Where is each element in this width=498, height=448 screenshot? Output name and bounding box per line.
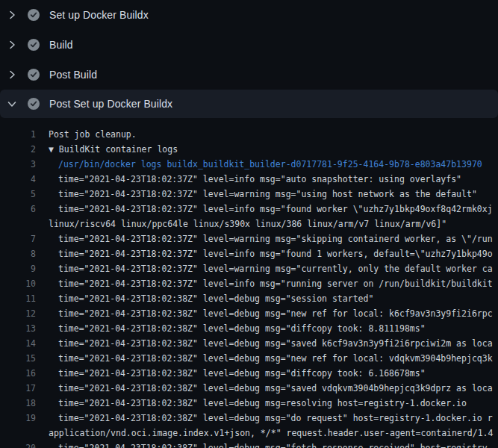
- log-text: linux/riscv64 linux/ppc64le linux/s390x …: [49, 217, 446, 231]
- line-number[interactable]: 5: [0, 187, 36, 202]
- line-number[interactable]: 11: [0, 291, 36, 306]
- log-text: time="2021-04-23T18:02:38Z" level=debug …: [58, 366, 426, 381]
- line-number: [0, 426, 36, 441]
- log-text: time="2021-04-23T18:02:37Z" level=info m…: [58, 202, 493, 217]
- log-text: Post job cleanup.: [49, 127, 137, 142]
- log-group-toggle[interactable]: ▼ BuildKit container logs: [49, 142, 178, 157]
- line-number[interactable]: 8: [0, 246, 36, 261]
- log-text: time="2021-04-23T18:02:38Z" level=debug …: [58, 441, 493, 448]
- line-number[interactable]: 19: [0, 411, 36, 426]
- line-number[interactable]: 13: [0, 321, 36, 336]
- log-text: time="2021-04-23T18:02:38Z" level=debug …: [58, 396, 467, 411]
- log-row: 1Post job cleanup.: [0, 127, 498, 142]
- line-number[interactable]: 18: [0, 396, 36, 411]
- check-circle-icon: [28, 69, 40, 81]
- log-row: 8time="2021-04-23T18:02:37Z" level=info …: [0, 246, 498, 261]
- log-text: time="2021-04-23T18:02:38Z" level=debug …: [58, 381, 493, 396]
- step-header-post-set-up-docker-buildx[interactable]: Post Set up Docker Buildx: [0, 90, 498, 118]
- step-title: Set up Docker Buildx: [49, 9, 149, 21]
- line-number[interactable]: 2: [0, 142, 36, 157]
- step-header-build[interactable]: Build: [0, 30, 498, 60]
- step-header-set-up-docker-buildx[interactable]: Set up Docker Buildx: [0, 0, 498, 30]
- check-circle-icon: [28, 98, 40, 110]
- line-number[interactable]: 7: [0, 231, 36, 246]
- chevron-down-icon: [6, 98, 18, 110]
- log-command-text: /usr/bin/docker logs buildx_buildkit_bui…: [58, 157, 482, 172]
- chevron-right-icon: [6, 69, 18, 81]
- log-text: time="2021-04-23T18:02:38Z" level=debug …: [58, 321, 426, 336]
- log-text: time="2021-04-23T18:02:38Z" level=debug …: [58, 351, 493, 366]
- line-number[interactable]: 3: [0, 157, 36, 172]
- log-row: application/vnd.oci.image.index.v1+json,…: [0, 426, 498, 441]
- log-row: 10time="2021-04-23T18:02:37Z" level=info…: [0, 276, 498, 291]
- log-row: 2▼ BuildKit container logs: [0, 142, 498, 157]
- step-title: Post Set up Docker Buildx: [49, 98, 172, 110]
- log-text: time="2021-04-23T18:02:37Z" level=warnin…: [58, 231, 493, 246]
- log-text: time="2021-04-23T18:02:38Z" level=debug …: [58, 291, 373, 306]
- log-text: time="2021-04-23T18:02:38Z" level=debug …: [58, 306, 493, 321]
- log-row: 5time="2021-04-23T18:02:37Z" level=warni…: [0, 187, 498, 202]
- line-number[interactable]: 16: [0, 366, 36, 381]
- line-number[interactable]: 20: [0, 441, 36, 448]
- line-number[interactable]: 9: [0, 261, 36, 276]
- line-number[interactable]: 10: [0, 276, 36, 291]
- log-row: 18time="2021-04-23T18:02:38Z" level=debu…: [0, 396, 498, 411]
- log-text: time="2021-04-23T18:02:38Z" level=debug …: [58, 336, 493, 351]
- log-text: application/vnd.oci.image.index.v1+json,…: [49, 426, 493, 441]
- log-text: time="2021-04-23T18:02:37Z" level=warnin…: [58, 187, 477, 202]
- log-row: 19time="2021-04-23T18:02:38Z" level=debu…: [0, 411, 498, 426]
- log-text: time="2021-04-23T18:02:37Z" level=info m…: [58, 172, 461, 187]
- steps-panel: Set up Docker Buildx Build Post Build Po…: [0, 0, 498, 118]
- log-text: time="2021-04-23T18:02:37Z" level=warnin…: [58, 261, 493, 276]
- check-circle-icon: [28, 39, 40, 51]
- line-number[interactable]: 4: [0, 172, 36, 187]
- log-row: linux/riscv64 linux/ppc64le linux/s390x …: [0, 217, 498, 231]
- log-row: 17time="2021-04-23T18:02:38Z" level=debu…: [0, 381, 498, 396]
- line-number[interactable]: 14: [0, 336, 36, 351]
- chevron-right-icon: [6, 9, 18, 21]
- step-title: Build: [49, 39, 73, 51]
- log-text: time="2021-04-23T18:02:38Z" level=debug …: [58, 411, 493, 426]
- log: 1Post job cleanup.2▼ BuildKit container …: [0, 119, 498, 448]
- log-row: 12time="2021-04-23T18:02:38Z" level=debu…: [0, 306, 498, 321]
- line-number[interactable]: 17: [0, 381, 36, 396]
- log-row: 16time="2021-04-23T18:02:38Z" level=debu…: [0, 366, 498, 381]
- log-text: time="2021-04-23T18:02:37Z" level=info m…: [58, 246, 493, 261]
- check-circle-icon: [28, 9, 40, 21]
- step-title: Post Build: [49, 69, 97, 81]
- line-number[interactable]: 6: [0, 202, 36, 217]
- log-row: 4time="2021-04-23T18:02:37Z" level=info …: [0, 172, 498, 187]
- log-row: 3/usr/bin/docker logs buildx_buildkit_bu…: [0, 157, 498, 172]
- step-header-post-build[interactable]: Post Build: [0, 60, 498, 90]
- log-row: 7time="2021-04-23T18:02:37Z" level=warni…: [0, 231, 498, 246]
- log-row: 13time="2021-04-23T18:02:38Z" level=debu…: [0, 321, 498, 336]
- line-number[interactable]: 15: [0, 351, 36, 366]
- log-row: 15time="2021-04-23T18:02:38Z" level=debu…: [0, 351, 498, 366]
- line-number[interactable]: 12: [0, 306, 36, 321]
- log-text: time="2021-04-23T18:02:37Z" level=info m…: [58, 276, 493, 291]
- log-row: 20time="2021-04-23T18:02:38Z" level=debu…: [0, 441, 498, 448]
- line-number: [0, 217, 36, 231]
- log-row: 6time="2021-04-23T18:02:37Z" level=info …: [0, 202, 498, 217]
- line-number[interactable]: 1: [0, 127, 36, 142]
- log-row: 11time="2021-04-23T18:02:38Z" level=debu…: [0, 291, 498, 306]
- log-row: 9time="2021-04-23T18:02:37Z" level=warni…: [0, 261, 498, 276]
- log-row: 14time="2021-04-23T18:02:38Z" level=debu…: [0, 336, 498, 351]
- chevron-right-icon: [6, 39, 18, 51]
